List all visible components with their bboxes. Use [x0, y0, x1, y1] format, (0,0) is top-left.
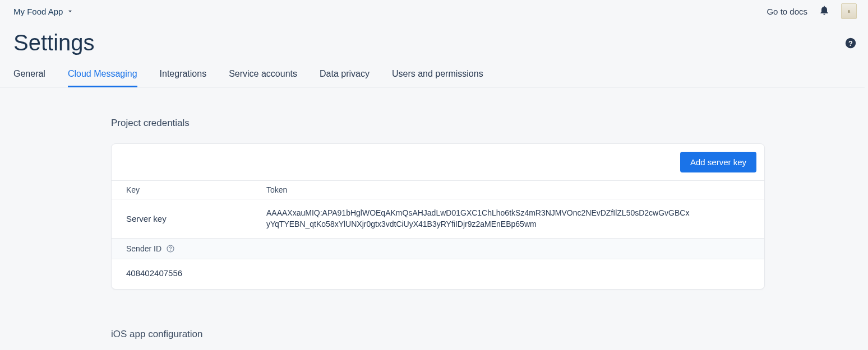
- sender-id-label: Sender ID: [126, 244, 161, 253]
- bell-icon[interactable]: [819, 4, 830, 18]
- project-name: My Food App: [13, 7, 63, 16]
- tab-integrations[interactable]: Integrations: [160, 69, 207, 87]
- server-key-token: AAAAXxauMIQ:APA91bHglWOEqAKmQsAHJadLwD01…: [266, 207, 692, 230]
- tab-users-permissions[interactable]: Users and permissions: [392, 69, 483, 87]
- credentials-table: Key Token Server key AAAAXxauMIQ:APA91bH…: [112, 180, 764, 289]
- topbar-right: Go to docs E: [767, 3, 857, 19]
- server-key-label: Server key: [126, 214, 266, 223]
- topbar: My Food App Go to docs E: [0, 0, 868, 22]
- tab-general[interactable]: General: [13, 69, 45, 87]
- credentials-card: Add server key Key Token Server key AAAA…: [111, 143, 765, 290]
- tab-service-accounts[interactable]: Service accounts: [229, 69, 297, 87]
- tabs: General Cloud Messaging Integrations Ser…: [0, 69, 865, 87]
- table-row: Server key AAAAXxauMIQ:APA91bHglWOEqAKmQ…: [112, 199, 764, 239]
- svg-text:?: ?: [848, 39, 853, 48]
- page-title: Settings: [0, 22, 868, 69]
- col-token: Token: [266, 185, 750, 194]
- avatar[interactable]: E: [841, 3, 857, 19]
- credentials-section-title: Project credentials: [111, 118, 768, 143]
- credentials-card-header: Add server key: [112, 144, 764, 180]
- tab-data-privacy[interactable]: Data privacy: [320, 69, 370, 87]
- add-server-key-button[interactable]: Add server key: [680, 152, 756, 172]
- docs-link[interactable]: Go to docs: [767, 7, 807, 16]
- col-key: Key: [126, 185, 266, 194]
- sender-id-header: Sender ID: [112, 239, 764, 259]
- chevron-down-icon: [66, 7, 74, 15]
- credentials-columns: Key Token: [112, 181, 764, 199]
- content: Project credentials Add server key Key T…: [0, 87, 768, 340]
- svg-point-3: [170, 250, 170, 250]
- help-small-icon[interactable]: [166, 244, 175, 253]
- tab-cloud-messaging[interactable]: Cloud Messaging: [68, 69, 137, 87]
- ios-section-title: iOS app configuration: [111, 290, 768, 340]
- sender-id-value: 408402407556: [112, 259, 764, 289]
- help-icon[interactable]: ?: [844, 37, 857, 49]
- project-selector[interactable]: My Food App: [13, 7, 74, 16]
